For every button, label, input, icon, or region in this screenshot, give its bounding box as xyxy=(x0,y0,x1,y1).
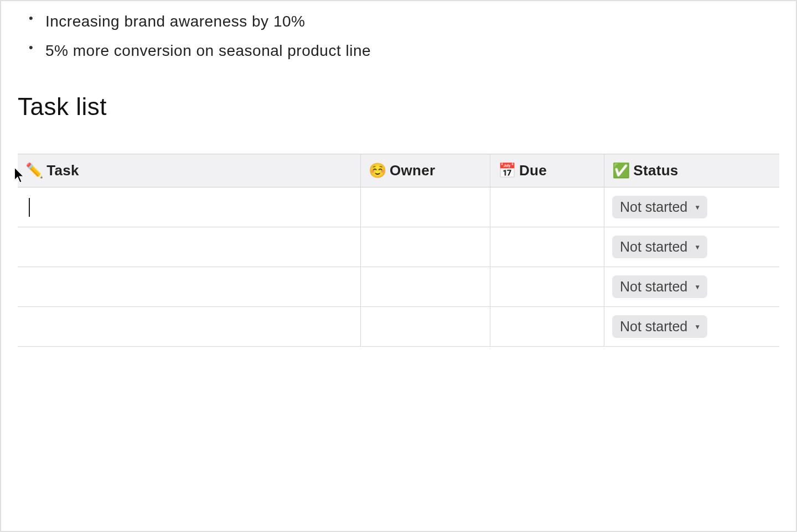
status-cell: Not started ▼ xyxy=(604,307,780,347)
status-label: Not started xyxy=(620,279,687,295)
status-label: Not started xyxy=(620,239,687,255)
col-header-label: Owner xyxy=(390,162,435,179)
col-header-due[interactable]: 📅Due xyxy=(490,154,604,187)
task-cell[interactable] xyxy=(18,187,360,227)
status-label: Not started xyxy=(620,199,687,215)
col-header-label: Task xyxy=(46,162,79,179)
task-cell[interactable] xyxy=(18,227,360,267)
task-cell[interactable] xyxy=(18,267,360,307)
col-header-label: Due xyxy=(519,162,547,179)
status-dropdown[interactable]: Not started ▼ xyxy=(612,275,707,298)
section-heading[interactable]: Task list xyxy=(18,93,779,121)
col-header-status[interactable]: ✅Status xyxy=(604,154,780,187)
status-dropdown[interactable]: Not started ▼ xyxy=(612,236,707,258)
owner-cell[interactable] xyxy=(360,307,490,347)
task-table: ✏️Task ☺️Owner 📅Due ✅Status xyxy=(18,154,779,347)
task-cell[interactable] xyxy=(18,307,360,347)
owner-cell[interactable] xyxy=(360,267,490,307)
status-cell: Not started ▼ xyxy=(604,267,780,307)
due-cell[interactable] xyxy=(490,187,604,227)
smile-icon: ☺️ xyxy=(369,162,386,179)
owner-cell[interactable] xyxy=(360,187,490,227)
status-cell: Not started ▼ xyxy=(604,187,780,227)
table-row: Not started ▼ xyxy=(18,307,779,347)
list-item[interactable]: 5% more conversion on seasonal product l… xyxy=(29,36,779,65)
status-dropdown[interactable]: Not started ▼ xyxy=(612,315,707,338)
owner-cell[interactable] xyxy=(360,227,490,267)
status-label: Not started xyxy=(620,319,687,335)
chevron-down-icon: ▼ xyxy=(694,323,701,331)
due-cell[interactable] xyxy=(490,307,604,347)
col-header-task[interactable]: ✏️Task xyxy=(18,154,360,187)
text-caret xyxy=(29,198,30,217)
list-item[interactable]: Increasing brand awareness by 10% xyxy=(29,7,779,36)
table-row: Not started ▼ xyxy=(18,267,779,307)
status-cell: Not started ▼ xyxy=(604,227,780,267)
status-dropdown[interactable]: Not started ▼ xyxy=(612,196,707,218)
due-cell[interactable] xyxy=(490,227,604,267)
due-cell[interactable] xyxy=(490,267,604,307)
table-header-row: ✏️Task ☺️Owner 📅Due ✅Status xyxy=(18,154,779,187)
chevron-down-icon: ▼ xyxy=(694,283,701,291)
table-row: Not started ▼ xyxy=(18,227,779,267)
chevron-down-icon: ▼ xyxy=(694,243,701,251)
check-icon: ✅ xyxy=(612,162,630,179)
col-header-label: Status xyxy=(633,162,678,179)
chevron-down-icon: ▼ xyxy=(694,204,701,211)
table-row: Not started ▼ xyxy=(18,187,779,227)
calendar-icon: 📅 xyxy=(498,162,516,179)
col-header-owner[interactable]: ☺️Owner xyxy=(360,154,490,187)
pencil-icon: ✏️ xyxy=(25,162,43,179)
bullet-list: Increasing brand awareness by 10% 5% mor… xyxy=(29,7,779,65)
